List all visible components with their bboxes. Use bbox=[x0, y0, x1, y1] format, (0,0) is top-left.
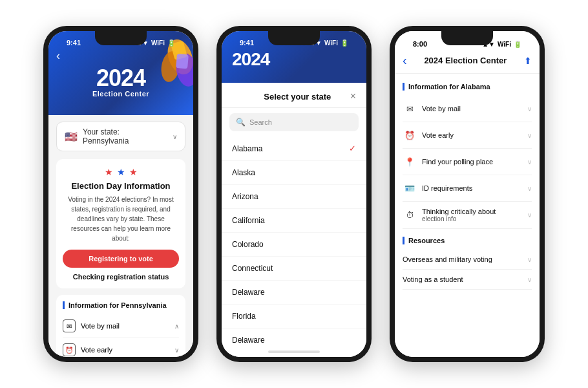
time-2: 9:41 bbox=[240, 39, 254, 47]
phone-1: 9:41 ▲▼ WiFi 🔋 ‹ ⬆ 2024 Election Center bbox=[43, 26, 198, 362]
p3-student-label: Voting as a student bbox=[403, 275, 463, 283]
p3-early-label: Vote early bbox=[422, 131, 454, 139]
phone-1-inner: 9:41 ▲▼ WiFi 🔋 ‹ ⬆ 2024 Election Center bbox=[48, 31, 193, 357]
back-button-3[interactable]: ‹ bbox=[403, 53, 407, 68]
state-selector-1[interactable]: 🇺🇸 Your state: Pennsylvania ∨ bbox=[56, 122, 185, 151]
p3-mail-icon: ✉ bbox=[403, 102, 417, 116]
back-button-1[interactable]: ‹ bbox=[56, 49, 60, 63]
modal-title: Select your state bbox=[245, 92, 350, 102]
chevron-mail: ∧ bbox=[174, 323, 179, 330]
p3-mail-label: Vote by mail bbox=[422, 105, 461, 113]
p3-chevron-polling: ∨ bbox=[527, 158, 532, 166]
state-item-alabama[interactable]: Alabama ✓ bbox=[222, 136, 366, 161]
phone-3: 8:00 ▲▼ WiFi 🔋 ‹ 2024 Election Center ⬆ … bbox=[390, 26, 545, 362]
state-name-alaska: Alaska bbox=[232, 168, 255, 177]
p3-chevron-mail: ∨ bbox=[527, 105, 532, 113]
p3-military-label: Overseas and military voting bbox=[403, 255, 492, 263]
p3-chevron-student: ∨ bbox=[527, 276, 532, 283]
stars-row: ★ ★ ★ bbox=[63, 167, 179, 177]
flag-icon-1: 🇺🇸 bbox=[65, 131, 78, 143]
modal-header: Select your state × bbox=[222, 83, 366, 108]
p3-chevron-early: ∨ bbox=[527, 132, 532, 139]
p3-info-icon: ⏱ bbox=[403, 208, 417, 222]
state-name-alabama: Alabama bbox=[232, 144, 262, 153]
state-item-delaware[interactable]: Delaware bbox=[222, 281, 366, 305]
header-year-2: 2024 bbox=[229, 49, 359, 70]
clock-icon-1: ⏰ bbox=[63, 343, 76, 356]
state-item-alaska[interactable]: Alaska bbox=[222, 161, 366, 185]
p3-item-mail[interactable]: ✉ Vote by mail ∨ bbox=[403, 96, 532, 122]
election-day-section: ★ ★ ★ Election Day Information Voting in… bbox=[56, 159, 185, 288]
phone-2-inner: 9:41 ▲▼ WiFi 🔋 2024 Select your state × bbox=[222, 31, 366, 357]
time-3: 8:00 bbox=[413, 40, 427, 48]
state-name-connecticut: Connecticut bbox=[232, 264, 273, 273]
star-1: ★ bbox=[105, 167, 113, 177]
phone-2: 9:41 ▲▼ WiFi 🔋 2024 Select your state × bbox=[216, 26, 372, 362]
election-day-text: Voting in the 2024 elections? In most st… bbox=[63, 195, 179, 243]
state-item-colorado[interactable]: Colorado bbox=[222, 233, 366, 257]
state-list: Alabama ✓ Alaska Arizona California Colo… bbox=[222, 136, 366, 347]
state-name-california: California bbox=[232, 216, 265, 225]
info-section-1: Information for Pennsylvania ✉ Vote by m… bbox=[56, 295, 185, 357]
svg-rect-4 bbox=[176, 54, 189, 69]
dropdown-arrow-1: ∨ bbox=[173, 133, 177, 140]
p3-item-critical[interactable]: ⏱ Thinking critically about election inf… bbox=[403, 202, 532, 229]
mail-label: Vote by mail bbox=[81, 322, 120, 330]
p3-clock-icon: ⏰ bbox=[403, 128, 417, 142]
p3-chevron-id: ∨ bbox=[527, 185, 532, 192]
search-box[interactable]: 🔍 Search bbox=[229, 113, 359, 131]
star-3: ★ bbox=[129, 167, 138, 177]
early-label: Vote early bbox=[81, 346, 112, 354]
phone-3-body: Information for Alabama ✉ Vote by mail ∨… bbox=[395, 74, 540, 357]
p3-item-early[interactable]: ⏰ Vote early ∨ bbox=[403, 122, 532, 149]
search-placeholder: Search bbox=[249, 118, 272, 126]
state-name-delaware: Delaware bbox=[232, 288, 265, 297]
time-1: 9:41 bbox=[67, 39, 81, 47]
p3-polling-label: Find your polling place bbox=[422, 158, 493, 166]
info-item-early[interactable]: ⏰ Vote early ∨ bbox=[63, 338, 179, 357]
p3-main-section-title: Information for Alabama bbox=[403, 83, 532, 91]
phone-2-notch bbox=[268, 31, 320, 45]
phone-3-inner: 8:00 ▲▼ WiFi 🔋 ‹ 2024 Election Center ⬆ … bbox=[395, 31, 540, 357]
phones-container: 9:41 ▲▼ WiFi 🔋 ‹ ⬆ 2024 Election Center bbox=[30, 13, 558, 375]
p3-location-icon: 📍 bbox=[403, 155, 417, 169]
p3-item-id[interactable]: 🪪 ID requirements ∨ bbox=[403, 175, 532, 202]
phone-3-title: 2024 Election Center bbox=[424, 56, 507, 65]
state-item-connecticut[interactable]: Connecticut bbox=[222, 257, 366, 281]
p3-id-label: ID requirements bbox=[422, 184, 472, 192]
state-item-delaware2[interactable]: Delaware bbox=[222, 329, 366, 347]
phone-1-body: 🇺🇸 Your state: Pennsylvania ∨ ★ ★ ★ Elec… bbox=[48, 115, 193, 357]
p3-critical-text: Thinking critically about election info bbox=[422, 208, 496, 222]
state-item-arizona[interactable]: Arizona bbox=[222, 185, 366, 209]
election-day-title: Election Day Information bbox=[63, 181, 179, 191]
bottom-bar-2 bbox=[268, 350, 320, 353]
state-name-delaware2: Delaware bbox=[232, 336, 265, 345]
modal-close-button[interactable]: × bbox=[350, 91, 356, 102]
check-link[interactable]: Checking registration status bbox=[63, 273, 179, 281]
state-name-colorado: Colorado bbox=[232, 240, 264, 249]
search-icon: 🔍 bbox=[236, 118, 246, 127]
info-item-mail[interactable]: ✉ Vote by mail ∧ bbox=[63, 314, 179, 338]
share-icon-3[interactable]: ⬆ bbox=[524, 56, 532, 66]
state-label-1: Your state: Pennsylvania bbox=[83, 127, 167, 146]
register-button[interactable]: Registering to vote bbox=[63, 250, 179, 268]
state-name-florida: Florida bbox=[232, 312, 256, 321]
state-item-california[interactable]: California bbox=[222, 209, 366, 233]
state-modal: Select your state × 🔍 Search Alabama ✓ A… bbox=[222, 83, 366, 357]
p3-item-polling[interactable]: 📍 Find your polling place ∨ bbox=[403, 149, 532, 175]
phone-3-header-top: ‹ 2024 Election Center ⬆ bbox=[403, 50, 532, 68]
p3-id-icon: 🪪 bbox=[403, 181, 417, 195]
p3-chevron-military: ∨ bbox=[527, 256, 532, 263]
chevron-early: ∨ bbox=[174, 347, 179, 354]
p3-chevron-critical: ∨ bbox=[527, 211, 532, 219]
phone-1-notch bbox=[95, 31, 147, 45]
state-name-arizona: Arizona bbox=[232, 192, 258, 201]
state-item-florida[interactable]: Florida bbox=[222, 305, 366, 329]
p3-item-military[interactable]: Overseas and military voting ∨ bbox=[403, 250, 532, 270]
check-alabama: ✓ bbox=[349, 144, 356, 153]
mail-icon: ✉ bbox=[63, 319, 76, 332]
star-2: ★ bbox=[117, 167, 125, 177]
p3-item-student[interactable]: Voting as a student ∨ bbox=[403, 270, 532, 290]
phone-3-notch bbox=[441, 31, 493, 45]
p3-resources-title: Resources bbox=[403, 237, 532, 244]
